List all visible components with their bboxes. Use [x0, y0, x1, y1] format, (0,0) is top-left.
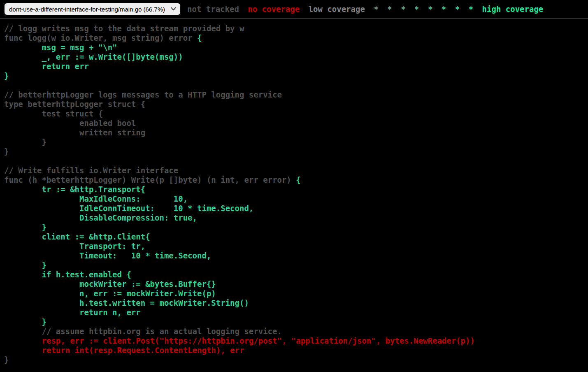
legend-item-cov10: high coverage — [482, 5, 544, 14]
legend-item-cov9: * — [469, 5, 473, 14]
code-segment: func (h *betterhttpLogger) Write(p []byt… — [4, 175, 296, 184]
code-segment: DisableCompression: true, — [4, 213, 197, 222]
legend-item-cov6: * — [428, 5, 432, 14]
code-segment: } — [4, 260, 46, 270]
code-segment: } — [4, 71, 9, 80]
code-segment: } — [4, 223, 46, 232]
legend-item-cov1: low coverage — [309, 5, 365, 14]
code-segment: { — [296, 175, 300, 184]
code-segment: MaxIdleConns: 10, — [4, 194, 188, 203]
code-segment: enabled bool — [4, 119, 136, 128]
code-segment: type betterhttpLogger struct { — [4, 100, 145, 109]
legend-item-cov7: * — [442, 5, 446, 14]
code-segment: return err — [4, 62, 89, 71]
code-segment: test struct { — [4, 109, 103, 118]
code-segment: } — [4, 147, 9, 156]
code-segment: _, err := w.Write([]byte(msg)) — [4, 52, 183, 61]
code-segment: mockWriter := &bytes.Buffer{} — [4, 279, 216, 288]
code-segment: func logg(w io.Writer, msg string) error — [4, 33, 197, 42]
code-segment: Transport: tr, — [4, 242, 145, 251]
code-segment: tr := &http.Transport{ — [4, 185, 145, 194]
content: // logg writes msg to the data stream pr… — [0, 24, 588, 365]
code-segment: } — [4, 355, 9, 364]
topbar: dont-use-a-different-interface-for-testi… — [0, 0, 588, 19]
legend-item-cov8: * — [455, 5, 460, 14]
code-segment: h.test.written = mockWriter.String() — [4, 298, 249, 307]
code-segment: // betterhttpLogger logs messages to a H… — [4, 90, 282, 99]
coverage-legend: not tracked no coverage low coverage * *… — [185, 5, 545, 14]
legend-item-cov2: * — [374, 5, 378, 14]
code-segment: if h.test.enabled { — [4, 270, 131, 279]
code-segment: resp, err := client.Post("https://httpbi… — [4, 336, 475, 345]
legend-item-cov3: * — [387, 5, 392, 14]
file-select-wrap: dont-use-a-different-interface-for-testi… — [4, 3, 181, 15]
code-segment: } — [4, 137, 46, 146]
code-segment: // assume httpbin.org is an actual loggi… — [4, 327, 282, 336]
legend-item-cov0: no coverage — [248, 5, 300, 14]
source-code: // logg writes msg to the data stream pr… — [4, 24, 588, 365]
code-segment: n, err := mockWriter.Write(p) — [4, 289, 216, 298]
code-segment: } — [4, 317, 46, 326]
file-select[interactable]: dont-use-a-different-interface-for-testi… — [4, 3, 181, 15]
code-segment: // Write fulfills io.Writer interface — [4, 166, 178, 175]
code-segment: Timeout: 10 * time.Second, — [4, 251, 211, 260]
legend-item-cov5: * — [414, 5, 419, 14]
code-segment: client := &http.Client{ — [4, 232, 150, 241]
code-segment: IdleConnTimeout: 10 * time.Second, — [4, 204, 253, 213]
code-segment: // logg writes msg to the data stream pr… — [4, 24, 244, 33]
code-segment: msg = msg + "\n" — [4, 43, 117, 52]
legend-item-cov4: * — [401, 5, 405, 14]
code-segment: { — [197, 33, 202, 42]
code-segment: return n, err — [4, 308, 141, 317]
legend-item-ntrack: not tracked — [187, 5, 239, 14]
code-segment: written string — [4, 128, 145, 137]
code-segment: return int(resp.Request.ContentLength), … — [4, 346, 244, 355]
